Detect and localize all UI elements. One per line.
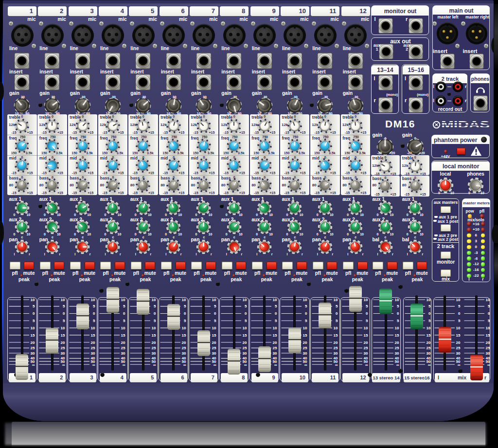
svg-text:MIDAS: MIDAS — [441, 119, 490, 130]
